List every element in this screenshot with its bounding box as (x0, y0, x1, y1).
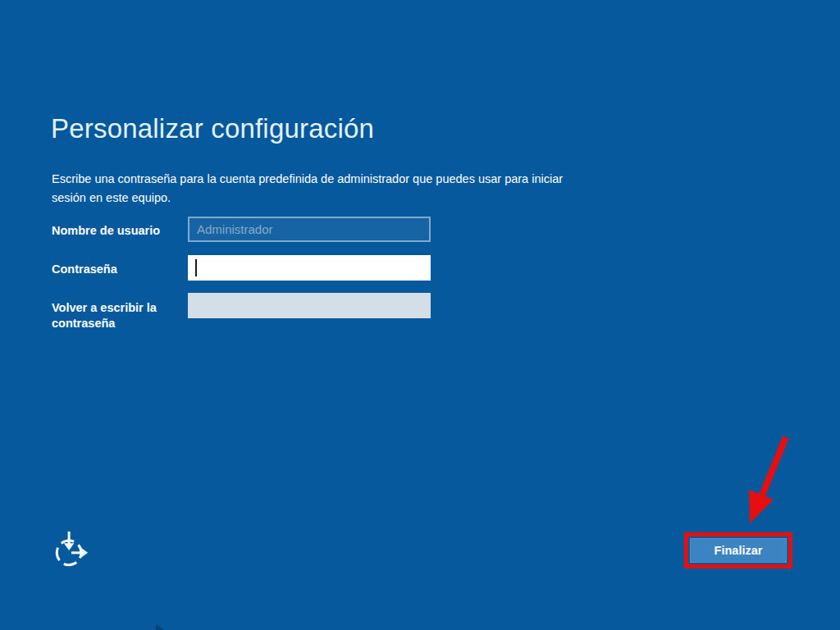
confirm-password-label: Volver a escribir la contraseña (52, 300, 171, 331)
password-field[interactable] (188, 255, 431, 281)
confirm-password-field[interactable] (188, 293, 431, 318)
finish-button[interactable]: Finalizar (690, 538, 787, 563)
page-title: Personalizar configuración (51, 113, 374, 144)
ease-of-access-icon[interactable] (52, 528, 90, 571)
page-description: Escribe una contraseña para la cuenta pr… (52, 170, 563, 208)
mouse-cursor-tip (156, 624, 164, 630)
text-caret (195, 259, 197, 276)
username-field[interactable] (188, 217, 431, 242)
oobe-customize-settings-screen: Personalizar configuración Escribe una c… (0, 0, 840, 630)
username-label: Nombre de usuario (52, 223, 160, 239)
page-description-line-1: Escribe una contraseña para la cuenta pr… (52, 170, 563, 189)
password-label: Contraseña (52, 262, 117, 277)
page-description-line-2: sesión en este equipo. (52, 189, 563, 208)
